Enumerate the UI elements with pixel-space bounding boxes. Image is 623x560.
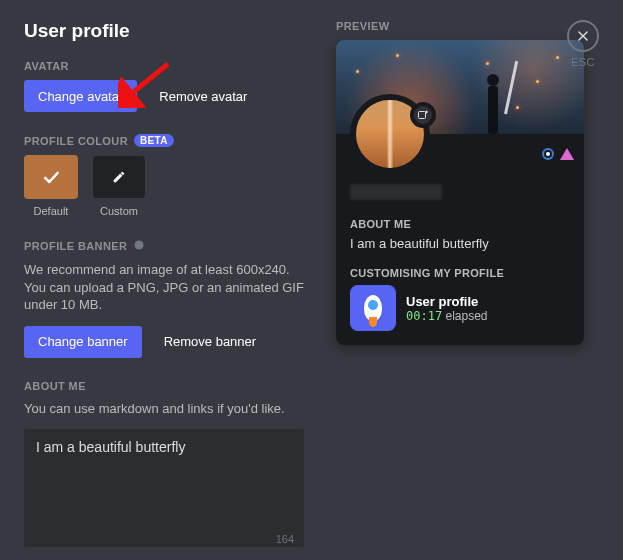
profile-preview-card: ABOUT ME I am a beautiful butterfly CUST… — [336, 40, 584, 345]
close-button[interactable] — [567, 20, 599, 52]
page-title: User profile — [24, 20, 304, 42]
avatar-section-label: AVATAR — [24, 60, 304, 72]
banner-help-text: We recommend an image of at least 600x24… — [24, 261, 304, 314]
profile-banner-section-label: PROFILE BANNER — [24, 239, 304, 253]
about-me-textarea[interactable] — [24, 429, 304, 547]
profile-colour-section-label: PROFILE COLOUR BETA — [24, 134, 304, 147]
colour-custom-swatch[interactable] — [92, 155, 146, 199]
change-avatar-button[interactable]: Change avatar — [24, 80, 137, 112]
check-icon — [41, 167, 61, 187]
remove-banner-button[interactable]: Remove banner — [150, 326, 271, 358]
customising-activity-time: 00:17 elapsed — [406, 309, 488, 323]
pencil-icon — [112, 170, 126, 184]
upload-avatar-badge[interactable] — [410, 102, 436, 128]
colour-custom-label: Custom — [100, 205, 138, 217]
status-ring-icon — [542, 148, 554, 160]
colour-default-swatch[interactable] — [24, 155, 78, 199]
remove-avatar-button[interactable]: Remove avatar — [145, 80, 261, 112]
preview-about-text: I am a beautiful butterfly — [350, 236, 570, 251]
nitro-icon — [133, 239, 145, 253]
about-me-section-label: ABOUT ME — [24, 380, 304, 392]
svg-rect-1 — [419, 112, 426, 119]
svg-point-0 — [135, 241, 144, 250]
image-plus-icon — [417, 109, 429, 121]
customising-activity-title: User profile — [406, 294, 488, 309]
close-icon — [576, 29, 590, 43]
colour-default-label: Default — [34, 205, 69, 217]
boost-triangle-icon — [560, 148, 574, 160]
about-me-char-count: 164 — [276, 533, 294, 545]
preview-banner — [336, 40, 584, 134]
banner-figure — [474, 56, 514, 134]
preview-username-placeholder — [350, 184, 442, 200]
esc-label: ESC — [571, 56, 595, 68]
preview-about-heading: ABOUT ME — [350, 218, 570, 230]
change-banner-button[interactable]: Change banner — [24, 326, 142, 358]
customising-activity-icon — [350, 285, 396, 331]
rocket-icon — [364, 295, 382, 321]
preview-customising-heading: CUSTOMISING MY PROFILE — [350, 267, 570, 279]
preview-section-label: PREVIEW — [336, 20, 599, 32]
beta-badge: BETA — [134, 134, 174, 147]
about-me-help-text: You can use markdown and links if you'd … — [24, 400, 304, 418]
